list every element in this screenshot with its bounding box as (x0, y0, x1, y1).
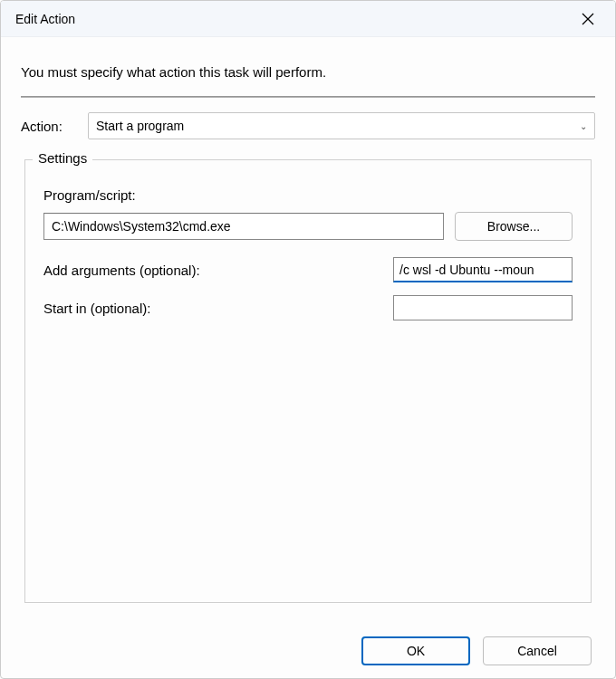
close-button[interactable] (573, 5, 602, 33)
action-row: Action: Start a program ⌄ (21, 112, 595, 139)
ok-button[interactable]: OK (361, 636, 470, 665)
titlebar: Edit Action (1, 1, 615, 37)
browse-button[interactable]: Browse... (455, 212, 573, 241)
close-icon (582, 13, 594, 25)
dialog-window: Edit Action You must specify what action… (1, 1, 615, 678)
arguments-input[interactable] (393, 257, 573, 282)
dialog-content: You must specify what action this task w… (1, 37, 615, 603)
settings-legend: Settings (33, 150, 92, 166)
action-select[interactable]: Start a program ⌄ (88, 112, 595, 139)
program-script-label: Program/script: (43, 187, 573, 203)
startin-label: Start in (optional): (43, 301, 150, 316)
arguments-row: Add arguments (optional): (43, 257, 573, 282)
dialog-title: Edit Action (15, 12, 75, 26)
cancel-button[interactable]: Cancel (483, 636, 592, 665)
action-selected-value: Start a program (96, 119, 184, 133)
dialog-footer: OK Cancel (1, 624, 615, 678)
instruction-text: You must specify what action this task w… (21, 64, 595, 80)
arguments-label: Add arguments (optional): (43, 263, 200, 278)
divider (21, 96, 595, 98)
settings-fieldset: Settings Program/script: Browse... Add a… (24, 159, 592, 603)
chevron-down-icon: ⌄ (580, 121, 587, 131)
program-script-row: Browse... (43, 212, 573, 241)
program-script-input[interactable] (43, 213, 444, 240)
startin-input[interactable] (393, 295, 573, 320)
startin-row: Start in (optional): (43, 295, 573, 320)
action-label: Action: (21, 119, 77, 134)
